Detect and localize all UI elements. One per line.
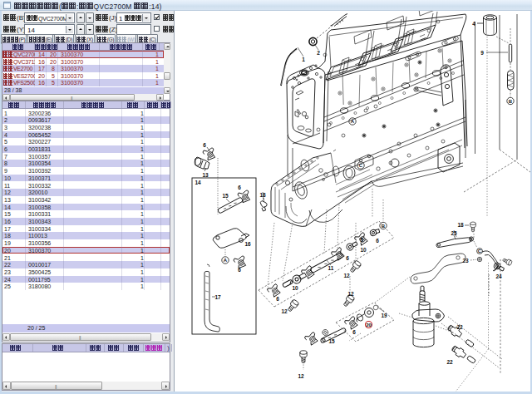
svg-text:9: 9: [480, 50, 484, 56]
svg-text:12: 12: [343, 273, 350, 278]
svg-text:6: 6: [238, 185, 241, 190]
svg-text:18: 18: [457, 222, 464, 228]
svg-text:16: 16: [244, 241, 251, 247]
svg-text:5: 5: [360, 237, 363, 243]
svg-text:14: 14: [195, 180, 201, 185]
svg-text:2: 2: [317, 50, 320, 56]
svg-text:A: A: [351, 119, 355, 124]
svg-text:4: 4: [472, 21, 475, 27]
svg-text:17: 17: [214, 294, 221, 300]
svg-text:6: 6: [376, 238, 379, 244]
svg-text:B: B: [382, 224, 386, 229]
svg-text:15: 15: [222, 193, 229, 199]
svg-text:20: 20: [366, 323, 372, 328]
svg-text:13: 13: [202, 172, 209, 178]
svg-text:6: 6: [352, 329, 356, 335]
svg-text:A: A: [224, 258, 228, 263]
svg-text:19: 19: [381, 313, 387, 318]
svg-text:12: 12: [347, 291, 354, 297]
svg-text:24: 24: [495, 273, 502, 279]
svg-text:23: 23: [462, 258, 469, 263]
svg-text:6: 6: [238, 267, 241, 273]
svg-text:11: 11: [328, 265, 334, 271]
svg-text:10: 10: [360, 247, 367, 253]
svg-text:12: 12: [281, 308, 288, 314]
svg-text:10: 10: [292, 285, 298, 291]
svg-text:6: 6: [346, 255, 349, 261]
svg-text:22: 22: [456, 324, 463, 330]
svg-text:1: 1: [302, 57, 305, 62]
svg-text:B: B: [509, 99, 513, 104]
svg-text:6: 6: [276, 296, 279, 302]
svg-text:C: C: [478, 249, 482, 254]
svg-text:C: C: [359, 163, 363, 168]
svg-text:12: 12: [298, 373, 304, 379]
svg-text:6: 6: [203, 142, 206, 148]
svg-text:22: 22: [446, 359, 453, 365]
svg-text:15: 15: [328, 338, 335, 344]
